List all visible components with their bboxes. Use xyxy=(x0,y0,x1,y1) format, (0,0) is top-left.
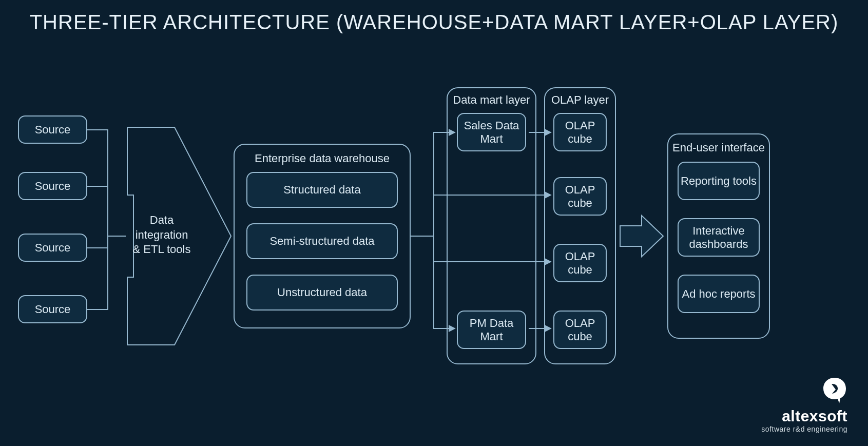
datamart-sales: Sales Data Mart xyxy=(457,113,526,151)
datamart-title: Data mart layer xyxy=(447,93,536,107)
olap-title: OLAP layer xyxy=(544,93,616,107)
brand-tagline: software r&d engineering xyxy=(761,425,847,433)
etl-label: Data integration & ETL tools xyxy=(128,213,195,257)
olap-cube-4: OLAP cube xyxy=(553,311,607,349)
warehouse-unstructured: Unstructured data xyxy=(246,275,398,311)
enduser-dashboards: Interactive dashboards xyxy=(678,218,760,257)
enduser-adhoc: Ad hoc reports xyxy=(678,275,760,313)
olap-cube-1: OLAP cube xyxy=(553,113,607,151)
source-4: Source xyxy=(18,295,87,323)
olap-cube-2: OLAP cube xyxy=(553,177,607,216)
olap-cube-3: OLAP cube xyxy=(553,244,607,282)
enduser-title: End-user interface xyxy=(667,141,770,154)
source-1: Source xyxy=(18,115,87,144)
etl-label-line3: & ETL tools xyxy=(133,243,191,256)
olap-to-enduser-arrow xyxy=(620,216,663,257)
etl-label-line2: integration xyxy=(136,228,188,241)
diagram-title: THREE-TIER ARCHITECTURE (WAREHOUSE+DATA … xyxy=(0,9,868,35)
brand-name: altexsoft xyxy=(761,408,847,425)
source-2: Source xyxy=(18,172,87,200)
enduser-reporting: Reporting tools xyxy=(678,162,760,200)
brand-mark-icon xyxy=(761,377,847,406)
source-3: Source xyxy=(18,234,87,262)
datamart-pm: PM Data Mart xyxy=(457,311,526,349)
warehouse-semi: Semi-structured data xyxy=(246,223,398,259)
warehouse-title: Enterprise data warehouse xyxy=(234,152,411,165)
etl-label-line1: Data xyxy=(150,214,173,226)
warehouse-structured: Structured data xyxy=(246,172,398,208)
brand-logo: altexsoft software r&d engineering xyxy=(761,377,847,433)
